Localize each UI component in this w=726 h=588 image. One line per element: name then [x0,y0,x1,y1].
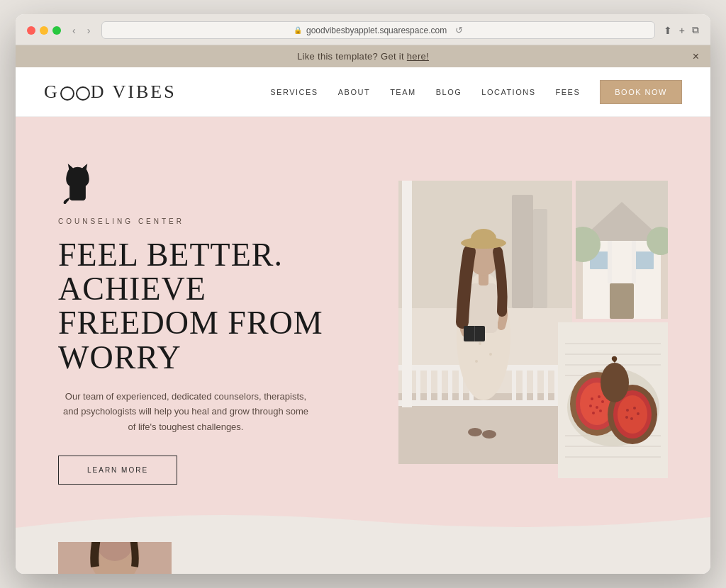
svg-rect-10 [437,371,442,400]
svg-point-71 [633,407,636,409]
svg-rect-20 [402,181,412,407]
svg-point-75 [601,363,629,402]
traffic-light-yellow[interactable] [40,26,48,35]
svg-point-72 [637,412,640,415]
svg-rect-27 [469,283,498,333]
nav-blog[interactable]: BLOG [436,88,462,96]
svg-point-73 [630,417,633,420]
hero-title: FEEL BETTER. ACHIEVE FREEDOM FROM WORRY [58,238,363,375]
svg-rect-46 [632,241,636,283]
forward-button[interactable]: › [84,23,94,38]
traffic-light-green[interactable] [52,26,61,35]
hero-wave-decoration [16,507,710,542]
svg-point-66 [592,412,595,414]
url-text: goodvibesbyapplet.squarespace.com [306,26,447,35]
house-exterior-photo [576,181,668,319]
site-logo[interactable]: GD VIBES [44,81,177,103]
nav-team[interactable]: TEAM [390,88,416,96]
browser-window: ‹ › 🔒 goodvibesbyapplet.squarespace.com … [16,14,710,574]
hero-left: COUNSELING CENTER FEEL BETTER. ACHIEVE F… [58,117,363,542]
browser-right-controls: ⬆ + ⧉ [664,24,699,36]
navbar: GD VIBES SERVICES ABOUT TEAM BLOG LOCATI… [16,67,710,117]
back-button[interactable]: ‹ [69,23,79,38]
photo-collage [398,181,668,478]
svg-point-24 [479,342,481,345]
svg-rect-8 [416,371,420,400]
svg-point-64 [589,405,592,407]
bottom-strip [16,542,710,574]
lock-icon: 🔒 [294,26,302,34]
reload-icon[interactable]: ↺ [455,25,463,35]
svg-point-65 [599,409,602,412]
cat-decoration [58,160,363,209]
announcement-text: Like this template? Get it here! [297,51,429,62]
new-tab-icon[interactable]: + [679,25,685,36]
browser-nav-controls: ‹ › [69,23,93,38]
svg-rect-33 [474,326,475,341]
svg-rect-3 [533,209,547,308]
hero-right [363,117,668,542]
svg-rect-9 [427,371,431,400]
svg-point-61 [598,395,601,398]
svg-point-69 [618,395,647,434]
nav-locations[interactable]: LOCATIONS [481,88,535,96]
browser-chrome: ‹ › 🔒 goodvibesbyapplet.squarespace.com … [16,14,710,45]
hero-subtitle: COUNSELING CENTER [58,217,363,225]
svg-rect-11 [448,371,452,400]
svg-point-31 [471,229,496,249]
house-photo [576,181,668,319]
figs-photo-svg [558,322,668,478]
main-photo [398,181,572,464]
svg-rect-17 [544,371,548,400]
svg-rect-45 [608,241,612,283]
svg-point-60 [591,397,593,400]
hero-title-line1: FEEL BETTER. ACHIEVE [58,237,283,307]
address-bar[interactable]: 🔒 goodvibesbyapplet.squarespace.com ↺ [101,21,654,39]
svg-rect-6 [398,400,572,406]
svg-rect-16 [533,371,537,400]
hero-section: COUNSELING CENTER FEEL BETTER. ACHIEVE F… [16,117,710,542]
traffic-light-red[interactable] [27,26,35,35]
book-now-button[interactable]: BOOK NOW [600,80,682,104]
cat-icon [58,160,97,206]
bottom-preview-image [58,542,172,574]
announcement-bar: Like this template? Get it here! × [16,45,710,67]
svg-rect-15 [523,371,527,400]
nav-services[interactable]: SERVICES [270,88,318,96]
svg-rect-2 [512,195,533,308]
announcement-link[interactable]: here! [407,51,429,62]
svg-rect-42 [610,283,634,319]
svg-point-25 [489,353,492,356]
website-content: Like this template? Get it here! × GD VI… [16,45,710,574]
nav-about[interactable]: ABOUT [338,88,370,96]
traffic-lights [27,26,61,35]
nav-links: SERVICES ABOUT TEAM BLOG LOCATIONS FEES … [270,80,682,104]
learn-more-button[interactable]: LEARN MORE [58,456,177,485]
svg-point-63 [596,406,598,409]
announcement-close-button[interactable]: × [693,50,699,63]
svg-point-35 [482,430,496,439]
svg-point-26 [475,360,478,363]
svg-point-62 [601,400,604,403]
share-icon[interactable]: ⬆ [664,25,672,36]
hero-title-line2: FREEDOM FROM WORRY [58,305,323,375]
figs-photo [558,322,668,478]
woman-porch-photo [398,181,572,464]
preview-svg [58,542,172,574]
windows-icon[interactable]: ⧉ [692,24,699,36]
svg-rect-14 [512,371,516,400]
hero-description: Our team of experienced, dedicated couns… [58,389,313,434]
svg-point-34 [468,428,482,436]
nav-fees[interactable]: FEES [556,88,581,96]
svg-point-70 [626,409,629,412]
svg-point-74 [625,416,628,419]
